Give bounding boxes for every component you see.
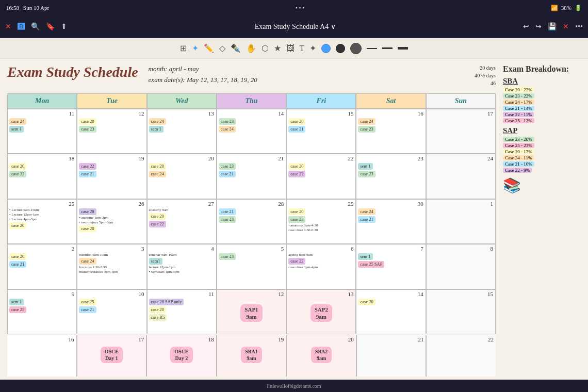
cell-may1: 1 xyxy=(427,200,495,243)
sba-title: SBA xyxy=(503,77,581,86)
sap-item-3: Case 20 - 17% xyxy=(503,149,581,154)
highlighter-icon[interactable]: ✦ xyxy=(309,43,316,53)
main-content: Exam Study Schedule month: april - may e… xyxy=(0,59,588,380)
time: 16:58 xyxy=(6,5,19,11)
save-icon[interactable]: 💾 xyxy=(547,21,558,32)
cell-apr15: 15 case 20 case 21 xyxy=(287,109,355,153)
breakdown-area: Exam Breakdown: SBA Case 20 - 22% Case 2… xyxy=(501,64,581,377)
more-icon[interactable]: ••• xyxy=(574,22,584,32)
cell-may14: 14 case 20 xyxy=(356,290,425,334)
cell-may19: 19 SBA19am xyxy=(217,335,286,377)
cell-apr27: 27 anatomy 9am case 20 case 22 xyxy=(148,200,216,243)
sba-item-4: Case 21 - 14% xyxy=(503,106,581,111)
cell-apr13: 13 case 24 sem 1 xyxy=(148,109,216,153)
eraser-icon[interactable]: ◇ xyxy=(219,43,225,53)
cell-may12: 12 SAP19am xyxy=(217,290,286,334)
text-icon[interactable]: T xyxy=(300,44,305,53)
cell-may5: 5 case 23 xyxy=(217,244,286,288)
schedule-title: Exam Study Schedule xyxy=(7,64,138,80)
color-dark[interactable] xyxy=(336,44,345,53)
exam-dates-label: exam date(s): May 12, 13, 17, 18, 19, 20 xyxy=(149,75,257,86)
cell-may13: 13 SAP29am xyxy=(287,290,355,334)
status-right: 📶 38% 🔋 xyxy=(551,5,582,11)
status-center: • • • xyxy=(296,5,304,11)
cell-apr16: 16 case 24 case 23 xyxy=(356,109,425,153)
sap-title: SAP xyxy=(503,126,581,135)
cell-apr26: 26 case 28 • anatomy 1pm-2pm • neuroinju… xyxy=(77,200,146,243)
breakdown-title: Exam Breakdown: xyxy=(503,64,581,74)
cell-may17: 17 OSCEDay 1 xyxy=(77,335,146,377)
cell-may2: 2 case 20 case 21 xyxy=(8,244,76,288)
photo-icon[interactable]: 🖼 xyxy=(286,44,295,53)
cell-may18: 18 OSCEDay 2 xyxy=(147,335,216,377)
line-med[interactable] xyxy=(382,47,393,49)
cell-apr11: 11 case 24 sem 1 xyxy=(8,109,76,153)
wifi-icon: 📶 xyxy=(551,5,558,11)
search-icon[interactable]: 🔍 xyxy=(30,21,41,32)
battery-level: 38% xyxy=(561,5,571,11)
books-decoration: 📚 xyxy=(503,177,581,194)
title-text: Exam Study Schedule A4 ∨ xyxy=(255,23,336,30)
share-icon[interactable]: ⬆ xyxy=(60,21,68,32)
cell-may4: 4 seminar 9am-10am sem1 lecture 12pm-1pm… xyxy=(148,244,216,288)
bottom-bar: littlewallofbigdreams.com xyxy=(0,380,588,392)
grid-icon[interactable]: ⊞ xyxy=(180,43,187,53)
status-left: 16:58 Sun 10 Apr xyxy=(6,5,49,11)
cell-apr21: 21 case 23 case 21 xyxy=(217,154,286,198)
cell-apr25: 25 • Lecture 9am-10am • Lecture 12pm-1pm… xyxy=(8,200,76,243)
undo-icon[interactable]: ↩ xyxy=(522,21,530,32)
sap-item-1: Case 23 - 28% xyxy=(503,137,581,142)
cell-may20: 20 SBA29am xyxy=(287,335,356,377)
cell-may10: 10 case 25 case 21 xyxy=(77,290,146,334)
cell-apr20: 20 case 20 case 24 xyxy=(148,154,216,198)
cell-apr18: 18 case 20 case 23 xyxy=(8,154,76,198)
month-label: month: april - may xyxy=(149,64,257,75)
cell-apr19: 19 case 22 case 21 xyxy=(77,154,146,198)
color-blue[interactable] xyxy=(321,44,331,53)
sap-item-6: Case 22 - 9% xyxy=(503,168,581,173)
line-thick[interactable] xyxy=(398,47,408,50)
sap-item-5: Case 21 - 10% xyxy=(503,161,581,167)
sap-item-4: Case 24 - 11% xyxy=(503,155,581,160)
schedule-header: Exam Study Schedule month: april - may e… xyxy=(7,64,496,90)
close-icon[interactable]: ✕ xyxy=(4,21,12,32)
device-frame: 16:58 Sun 10 Apr • • • 📶 38% 🔋 ✕ 🅱 🔍 🔖 ⬆… xyxy=(0,0,588,392)
toolbar-right: ↩ ↪ 💾 ✕ ••• xyxy=(522,21,584,32)
sba-item-6: Case 25 - 12% xyxy=(503,118,581,123)
header-sat: Sat xyxy=(356,94,425,108)
toolbar-left: ✕ 🅱 🔍 🔖 ⬆ xyxy=(4,21,68,32)
color-large[interactable] xyxy=(350,43,362,54)
stat-count: 46 xyxy=(475,79,496,87)
redo-icon[interactable]: ↪ xyxy=(534,21,543,32)
header-tue: Tue xyxy=(77,94,146,108)
bookmark-icon[interactable]: 🔖 xyxy=(45,21,56,32)
cell-may6: 6 ageing 8am-9am case 22 case close 3pm-… xyxy=(287,244,355,288)
cell-may9: 9 sem 1 case 25 xyxy=(8,290,76,334)
exam-row: 16 17 OSCEDay 1 18 OSCEDay 2 19 xyxy=(7,335,496,377)
schedule-meta: month: april - may exam date(s): May 12,… xyxy=(149,64,257,86)
cell-may16: 16 xyxy=(7,335,76,377)
cell-apr17: 17 xyxy=(427,109,495,153)
lasso-icon[interactable]: ⬡ xyxy=(262,43,269,53)
cell-may11: 11 case 28 SAP only case 20 case R5 xyxy=(148,290,216,334)
bluetooth-icon: ✦ xyxy=(192,43,199,53)
drawing-toolbar: ⊞ ✦ ✏️ ◇ ✒️ ✋ ⬡ ★ 🖼 T ✦ xyxy=(0,38,588,59)
pencil-icon[interactable]: ✒️ xyxy=(231,43,241,53)
pen-icon[interactable]: ✏️ xyxy=(204,43,214,53)
toolbar-close-icon[interactable]: ✕ xyxy=(562,21,570,32)
header-sun: Sun xyxy=(427,94,495,108)
cell-may15: 15 xyxy=(427,290,495,334)
stat-half-days: 40 ½ days xyxy=(475,72,496,79)
line-thin[interactable] xyxy=(367,48,377,49)
hand-icon[interactable]: ✋ xyxy=(246,43,256,53)
app-icon[interactable]: 🅱 xyxy=(17,22,26,32)
sba-item-5: Case 22 - 11% xyxy=(503,112,581,117)
app-toolbar: ✕ 🅱 🔍 🔖 ⬆ Exam Study Schedule A4 ∨ ↩ ↪ 💾… xyxy=(0,15,588,38)
sba-item-2: Case 23 - 22% xyxy=(503,93,581,99)
status-bar: 16:58 Sun 10 Apr • • • 📶 38% 🔋 xyxy=(0,0,588,15)
cell-may8: 8 xyxy=(427,244,495,288)
date: Sun 10 Apr xyxy=(23,5,49,11)
cell-may3: 3 nutrition 9am-10am case 24 fractures 1… xyxy=(77,244,146,288)
cell-apr12: 12 case 20 case 23 xyxy=(77,109,146,153)
star-icon[interactable]: ★ xyxy=(274,43,281,53)
